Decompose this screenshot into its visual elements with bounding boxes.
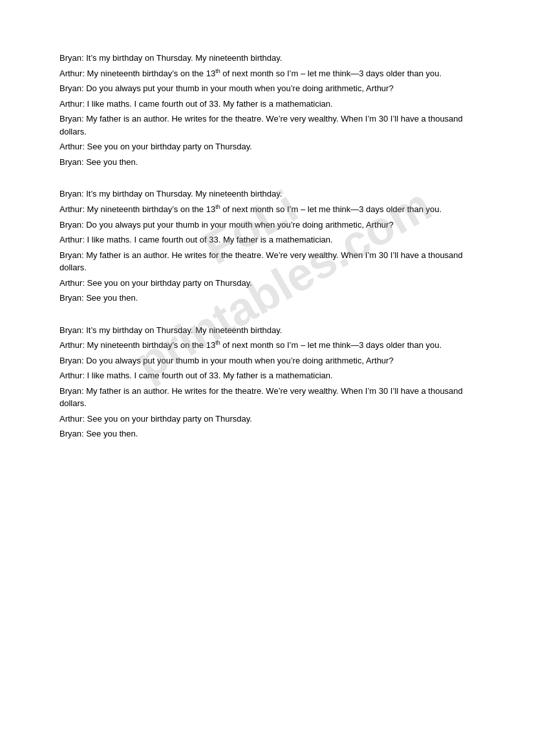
dialogue-line-text: Arthur: See you on your birthday party o… [59,140,475,153]
superscript: th [215,340,220,346]
dialogue-line-text: Bryan: My father is an author. He writes… [59,113,475,138]
dialogue-line-text: Arthur: I like maths. I came fourth out … [59,369,475,382]
dialogue-line-text: Bryan: It’s my birthday on Thursday. My … [59,52,475,65]
dialogue-text: of next month so I’m – let me think—3 da… [220,340,442,350]
dialogue-line-text: Bryan: See you then. [59,156,475,169]
dialogue-text: of next month so I’m – let me think—3 da… [220,69,442,78]
dialogue-line-text: Bryan: Do you always put your thumb in y… [59,354,475,367]
superscript: th [215,68,220,74]
dialogue-line-text: Arthur: I like maths. I came fourth out … [59,233,475,246]
dialogue-line-text: Arthur: See you on your birthday party o… [59,277,475,290]
dialogue-line: Arthur: My nineteenth birthday’s on the … [59,203,475,216]
dialogue-line-text: Arthur: I like maths. I came fourth out … [59,98,475,111]
speaker-label: Arthur: My nineteenth birthday’s on the … [59,69,215,78]
dialogue-section-3: Bryan: It’s my birthday on Thursday. My … [59,324,475,440]
dialogue-line-text: Bryan: It’s my birthday on Thursday. My … [59,188,475,200]
dialogue-line-text: Bryan: See you then. [59,292,475,305]
sections-container: Bryan: It’s my birthday on Thursday. My … [59,52,475,440]
page-content: FoLiprintables.com Bryan: It’s my birthd… [0,0,534,512]
dialogue-text: of next month so I’m – let me think—3 da… [220,204,442,214]
dialogue-line-text: Bryan: My father is an author. He writes… [59,249,475,274]
dialogue-line: Arthur: My nineteenth birthday’s on the … [59,339,475,352]
speaker-label: Arthur: My nineteenth birthday’s on the … [59,204,215,214]
dialogue-line-text: Bryan: See you then. [59,427,475,440]
speaker-label: Arthur: My nineteenth birthday’s on the … [59,340,215,350]
dialogue-section-1: Bryan: It’s my birthday on Thursday. My … [59,52,475,168]
dialogue-line-text: Bryan: Do you always put your thumb in y… [59,219,475,232]
dialogue-line-text: Bryan: It’s my birthday on Thursday. My … [59,324,475,337]
dialogue-line-text: Bryan: My father is an author. He writes… [59,385,475,410]
dialogue-line-text: Arthur: See you on your birthday party o… [59,413,475,426]
dialogue-line-text: Bryan: Do you always put your thumb in y… [59,82,475,95]
dialogue-section-2: Bryan: It’s my birthday on Thursday. My … [59,188,475,304]
dialogue-line: Arthur: My nineteenth birthday’s on the … [59,67,475,80]
superscript: th [215,204,220,210]
